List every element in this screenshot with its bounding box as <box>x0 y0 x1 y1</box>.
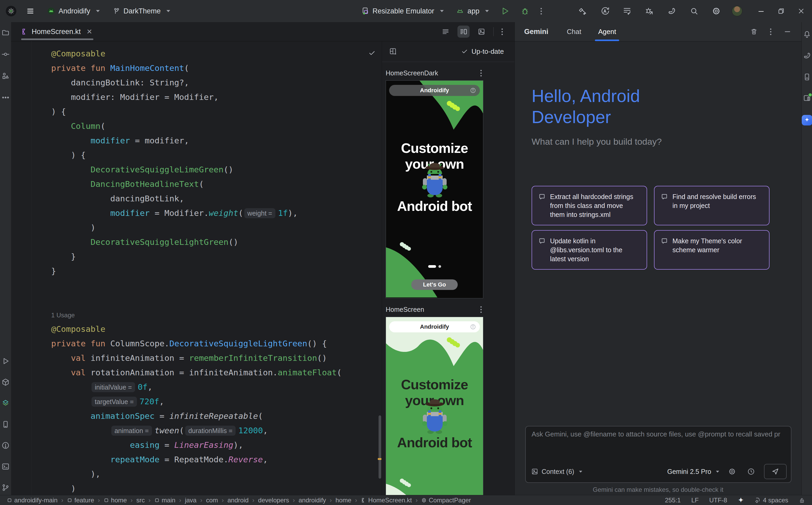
gemini-prompt-input[interactable] <box>531 430 786 460</box>
preview-options-menu[interactable] <box>478 68 484 78</box>
breadcrumb-item-android[interactable]: android <box>227 497 248 504</box>
info-icon <box>470 324 476 330</box>
run-tool-button[interactable] <box>1 356 10 366</box>
run-more-options[interactable] <box>539 6 544 17</box>
hide-panel-button[interactable] <box>781 26 794 38</box>
device-online-indicator <box>808 93 812 97</box>
breadcrumb-item-main[interactable]: main <box>154 497 176 504</box>
preview-layout-switch-button[interactable] <box>387 45 399 58</box>
suggestion-card-extract-strings[interactable]: Extract all hardcoded strings from this … <box>532 186 647 225</box>
mint-squiggle-decoration <box>397 478 414 487</box>
code-view-button[interactable] <box>440 26 452 38</box>
android-bot-image <box>418 162 451 198</box>
commit-tool-button[interactable] <box>1 49 10 59</box>
window-close-button[interactable] <box>795 5 807 17</box>
user-avatar[interactable] <box>732 6 742 16</box>
suggestion-card-theme-warmer[interactable]: Make my Theme's color scheme warmer <box>654 230 770 270</box>
breadcrumb-item-androidify-main[interactable]: androidify-main <box>7 497 57 504</box>
code-line: val rotationAnimation = infiniteAnimatio… <box>51 365 342 380</box>
chevron-down-icon <box>485 10 489 12</box>
breadcrumb-item-home[interactable]: home <box>104 497 127 504</box>
chevron-down-icon <box>716 471 719 473</box>
breadcrumb-item-compactpager[interactable]: CompactPager <box>421 497 471 504</box>
version-control-tool-button[interactable] <box>1 483 10 492</box>
code-line: private fun MainHomeContent( <box>51 61 342 75</box>
gemini-tool-button[interactable] <box>801 114 812 126</box>
gemini-subtitle: What can I help you build today? <box>532 137 801 147</box>
gemini-options-menu[interactable] <box>768 26 774 37</box>
resource-manager-tool-button[interactable] <box>1 71 10 80</box>
problems-tool-button[interactable] <box>1 441 10 450</box>
write-access-lock-icon[interactable] <box>799 497 805 503</box>
editor-options-menu[interactable] <box>499 26 505 37</box>
chevron-down-icon <box>440 10 444 12</box>
android-studio-window: Androidify DarkTheme Resizable Emulator <box>0 0 812 505</box>
gradle-button[interactable] <box>665 4 679 18</box>
notifications-button[interactable] <box>802 29 812 39</box>
inspections-ok-icon[interactable] <box>368 49 376 57</box>
breadcrumb-item-java[interactable]: java <box>185 497 197 504</box>
tab-close-icon[interactable]: ✕ <box>87 28 92 36</box>
run-configuration-selector[interactable]: app <box>453 5 491 17</box>
breadcrumb-item-home[interactable]: home <box>336 497 351 504</box>
terminal-tool-button[interactable] <box>1 462 10 471</box>
build-button[interactable] <box>576 4 589 18</box>
window-restore-button[interactable] <box>775 5 787 17</box>
code-line: easing = LinearEasing), <box>51 438 342 452</box>
design-view-button[interactable] <box>475 26 487 38</box>
code-editor[interactable]: @Composableprivate fun MainHomeContent(d… <box>11 41 382 495</box>
preview-headline-bottom: Android bot <box>386 435 483 451</box>
debug-button[interactable] <box>518 4 532 18</box>
preview-rendering-homescreendark[interactable]: Androidify Customizeyour own Android bot… <box>386 80 483 298</box>
todo-list-button[interactable] <box>620 4 634 18</box>
send-button[interactable] <box>764 464 787 479</box>
project-name: Androidify <box>59 7 90 15</box>
project-selector[interactable]: Androidify <box>44 5 102 17</box>
breadcrumb-item-developers[interactable]: developers <box>258 497 289 504</box>
editor-scrollbar[interactable] <box>378 415 381 479</box>
run-button[interactable] <box>498 4 511 18</box>
model-selector[interactable]: Gemini 2.5 Pro <box>667 468 719 476</box>
running-devices-tool-button[interactable] <box>1 419 10 429</box>
ai-spark-icon[interactable]: ✦ <box>737 497 744 504</box>
tab-homescreen-kt[interactable]: HomeScreen.kt ✕ <box>11 22 99 41</box>
prompt-history-button[interactable] <box>745 466 757 478</box>
prompt-bubble-icon <box>539 237 546 245</box>
build-tool-button[interactable] <box>1 377 10 387</box>
profiler-tool-button[interactable] <box>1 398 10 408</box>
split-view-button[interactable] <box>457 26 470 38</box>
compose-preview-panel: Up-to-date HomeScreenDark Androidify <box>382 41 514 495</box>
tab-chat[interactable]: Chat <box>565 22 583 41</box>
gemini-settings-button[interactable] <box>726 466 738 478</box>
indent-setting[interactable]: 4 spaces <box>755 497 788 504</box>
sync-button[interactable] <box>598 4 611 18</box>
more-tool-windows-button[interactable] <box>1 93 10 102</box>
gradle-tool-button[interactable] <box>802 51 812 61</box>
project-tool-button[interactable] <box>1 28 10 37</box>
suggestion-card-update-kotlin[interactable]: Update kotlin in @libs.version.toml to t… <box>532 230 647 270</box>
tab-agent[interactable]: Agent <box>596 22 617 41</box>
device-manager-tool-button[interactable] <box>802 72 812 82</box>
device-selector[interactable]: Resizable Emulator <box>358 5 446 17</box>
preview-options-menu[interactable] <box>478 304 484 315</box>
context-selector[interactable]: Context (6) <box>531 468 582 476</box>
main-menu-button[interactable] <box>24 5 36 17</box>
settings-button[interactable] <box>710 4 723 18</box>
window-minimize-button[interactable] <box>755 5 767 17</box>
search-everywhere-button[interactable] <box>688 4 701 18</box>
clear-chat-button[interactable] <box>748 26 760 38</box>
preview-rendering-homescreen[interactable]: Androidify Customizeyour own Android bot <box>386 317 483 495</box>
breadcrumb-item-com[interactable]: com <box>206 497 218 504</box>
branch-name: DarkTheme <box>123 7 161 15</box>
breadcrumb-item-feature[interactable]: feature <box>67 497 94 504</box>
attach-debugger-button[interactable] <box>643 4 656 18</box>
breadcrumb-item-homescreen-kt[interactable]: HomeScreen.kt <box>361 497 412 504</box>
file-encoding[interactable]: UTF-8 <box>709 497 727 504</box>
running-devices-button[interactable] <box>802 93 812 103</box>
line-separator[interactable]: LF <box>691 497 699 504</box>
breadcrumb-item-src[interactable]: src <box>136 497 145 504</box>
caret-position[interactable]: 255:1 <box>665 497 681 504</box>
suggestion-card-build-errors[interactable]: Find and resolve build errors in my proj… <box>654 186 770 225</box>
branch-selector[interactable]: DarkTheme <box>110 5 173 17</box>
breadcrumb-item-androidify[interactable]: androidify <box>299 497 326 504</box>
